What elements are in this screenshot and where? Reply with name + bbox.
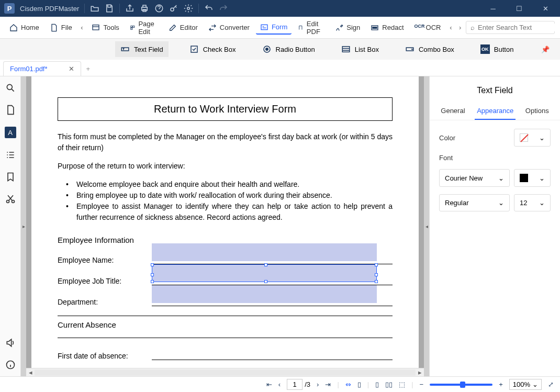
svg-rect-14 bbox=[191, 46, 197, 52]
zoom-in-icon[interactable]: + bbox=[499, 380, 503, 388]
ocr-tab[interactable]: OCROCR bbox=[410, 21, 445, 34]
svg-rect-6 bbox=[93, 25, 99, 29]
font-label: Font bbox=[439, 154, 551, 162]
tools-tab[interactable]: Tools bbox=[87, 21, 123, 34]
app-title: Cisdem PDFMaster bbox=[20, 5, 79, 13]
page-total: /3 bbox=[305, 380, 310, 388]
left-drag-handle[interactable]: ▸ bbox=[21, 76, 26, 376]
text-field-tool[interactable]: Text Field bbox=[115, 41, 169, 57]
form-title: Return to Work Interview Form bbox=[58, 97, 393, 121]
page-edit-tab[interactable]: Page Edit bbox=[126, 18, 162, 38]
two-page-icon[interactable]: ▯▯ bbox=[385, 380, 393, 388]
print-icon[interactable] bbox=[140, 4, 149, 13]
font-weight-dropdown[interactable]: Regular⌄ bbox=[439, 194, 510, 211]
chevron-down-icon: ⌄ bbox=[498, 199, 504, 207]
redact-tab[interactable]: Redact bbox=[366, 21, 408, 34]
purpose-list: Welcome employee back and enquire about … bbox=[58, 179, 393, 223]
zoom-out-icon[interactable]: − bbox=[420, 380, 424, 388]
next-page-icon[interactable]: › bbox=[317, 380, 319, 388]
search-input[interactable] bbox=[478, 24, 560, 31]
button-tool[interactable]: OKButton bbox=[475, 41, 519, 57]
svg-rect-1 bbox=[143, 5, 146, 7]
undo-icon[interactable] bbox=[204, 4, 214, 13]
purpose-heading: Purpose of the return to work interview: bbox=[58, 161, 393, 172]
prev-page-icon[interactable]: ‹ bbox=[278, 380, 281, 388]
page-number: /3 bbox=[287, 379, 310, 390]
field-employee-job-title: Employee Job Title: bbox=[58, 274, 393, 285]
chevron-down-icon: ⌄ bbox=[539, 174, 545, 182]
document-tab[interactable]: Form01.pdf* ✕ bbox=[3, 61, 81, 76]
minimize-button[interactable]: ─ bbox=[483, 0, 503, 17]
radio-button-tool[interactable]: Radio Button bbox=[257, 41, 320, 57]
title-bar: P Cisdem PDFMaster ─ ☐ ✕ bbox=[0, 0, 560, 17]
single-page-icon[interactable]: ▯ bbox=[375, 380, 379, 388]
status-bar: ⇤ ‹ /3 › ⇥ | ⇔ ▯ | ▯ ▯▯ ⬚ | − + 100%⌄ ⤢ bbox=[0, 376, 560, 392]
font-color-dropdown[interactable]: ⌄ bbox=[514, 169, 551, 187]
help-icon[interactable] bbox=[154, 4, 164, 13]
chevron-left-icon[interactable]: ‹ bbox=[79, 24, 86, 31]
pin-icon[interactable]: 📌 bbox=[541, 46, 550, 53]
file-tab[interactable]: File bbox=[46, 21, 76, 34]
last-page-icon[interactable]: ⇥ bbox=[325, 380, 331, 388]
zoom-slider[interactable] bbox=[430, 384, 492, 386]
close-button[interactable]: ✕ bbox=[535, 0, 556, 17]
outline-icon[interactable] bbox=[5, 150, 16, 160]
cut-icon[interactable] bbox=[5, 194, 16, 204]
page-input[interactable] bbox=[287, 379, 303, 390]
edit-pdf-tab[interactable]: Edit PDF bbox=[294, 18, 329, 38]
tab-options[interactable]: Options bbox=[523, 103, 551, 120]
pdf-page: Return to Work Interview Form This form … bbox=[31, 76, 419, 368]
combo-box-tool[interactable]: Combo Box bbox=[400, 41, 460, 57]
sign-tab[interactable]: Sign bbox=[331, 21, 364, 34]
svg-point-5 bbox=[187, 7, 190, 10]
fit-page-icon[interactable]: ▯ bbox=[357, 380, 361, 388]
search-box[interactable]: ⌕ bbox=[466, 21, 555, 34]
converter-tab[interactable]: Converter bbox=[204, 21, 254, 34]
svg-rect-17 bbox=[342, 47, 350, 52]
color-dropdown[interactable]: ⌄ bbox=[514, 129, 551, 147]
chevron-right-icon[interactable]: › bbox=[456, 24, 464, 31]
first-page-icon[interactable]: ⇤ bbox=[266, 380, 272, 388]
horizontal-scrollbar[interactable]: ◂▸ bbox=[26, 368, 424, 376]
document-tab-bar: Form01.pdf* ✕ + bbox=[0, 60, 560, 76]
svg-rect-9 bbox=[131, 28, 132, 29]
svg-rect-13 bbox=[121, 48, 129, 51]
workspace: A ▸ Return to Work Interview Form This f… bbox=[0, 76, 560, 376]
chevron-left-icon[interactable]: ‹ bbox=[447, 24, 454, 31]
close-tab-icon[interactable]: ✕ bbox=[69, 65, 74, 73]
form-tab[interactable]: Form bbox=[256, 21, 292, 35]
continuous-icon[interactable]: ⬚ bbox=[399, 380, 405, 388]
new-tab-button[interactable]: + bbox=[81, 62, 96, 76]
fullscreen-icon[interactable]: ⤢ bbox=[548, 380, 554, 388]
check-box-tool[interactable]: Check Box bbox=[184, 41, 241, 57]
sound-icon[interactable] bbox=[5, 338, 16, 348]
tab-general[interactable]: General bbox=[439, 103, 467, 120]
document-scroll[interactable]: Return to Work Interview Form This form … bbox=[26, 76, 424, 368]
bookmark-icon[interactable] bbox=[5, 172, 16, 182]
redo-icon[interactable] bbox=[219, 4, 228, 13]
main-toolbar: Home File ‹ Tools Page Edit Editor Conve… bbox=[0, 17, 560, 39]
open-icon[interactable] bbox=[90, 4, 99, 13]
maximize-button[interactable]: ☐ bbox=[509, 0, 530, 17]
font-size-dropdown[interactable]: 12⌄ bbox=[514, 194, 551, 211]
fit-width-icon[interactable]: ⇔ bbox=[345, 380, 351, 388]
zoom-dropdown[interactable]: 100%⌄ bbox=[509, 379, 542, 390]
home-tab[interactable]: Home bbox=[5, 21, 43, 34]
right-drag-handle[interactable]: ◂ bbox=[424, 76, 429, 376]
search-icon[interactable] bbox=[5, 83, 16, 93]
page-icon[interactable] bbox=[5, 105, 16, 115]
font-family-dropdown[interactable]: Courier New⌄ bbox=[439, 169, 510, 187]
editor-tab[interactable]: Editor bbox=[164, 21, 202, 34]
selected-text-field[interactable] bbox=[152, 264, 377, 282]
list-box-tool[interactable]: List Box bbox=[336, 41, 384, 57]
tab-appearance[interactable]: Appearance bbox=[475, 103, 516, 120]
key-icon[interactable] bbox=[169, 4, 178, 13]
properties-panel: Text Field General Appearance Options Co… bbox=[429, 76, 560, 376]
settings-icon[interactable] bbox=[184, 4, 193, 13]
svg-rect-10 bbox=[261, 25, 267, 29]
info-icon[interactable] bbox=[5, 360, 16, 370]
share-icon[interactable] bbox=[125, 4, 135, 13]
chevron-down-icon: ⌄ bbox=[539, 199, 545, 207]
annotation-icon[interactable]: A bbox=[5, 127, 16, 138]
save-icon[interactable] bbox=[105, 4, 114, 13]
